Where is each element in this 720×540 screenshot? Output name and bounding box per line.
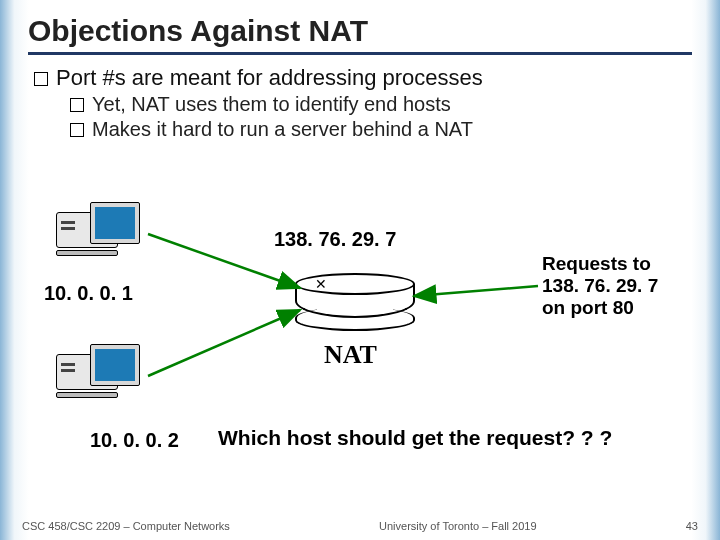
host2-ip-label: 10. 0. 0. 2 xyxy=(90,429,179,452)
request-text: Requests to 138. 76. 29. 7 on port 80 xyxy=(542,253,658,319)
slide-title: Objections Against NAT xyxy=(28,14,692,55)
svg-line-1 xyxy=(148,310,300,376)
public-ip-label: 138. 76. 29. 7 xyxy=(274,228,396,251)
footer: CSC 458/CSC 2209 – Computer Networks Uni… xyxy=(0,520,720,532)
bullet-icon xyxy=(70,123,84,137)
question-text: Which host should get the request? ? ? xyxy=(218,426,612,450)
diagram-area: ✕ 138. 76. 29. 7 10. 0. 0. 1 10. 0. 0. 2… xyxy=(0,178,720,483)
footer-right: 43 xyxy=(686,520,698,532)
footer-left: CSC 458/CSC 2209 – Computer Networks xyxy=(22,520,230,532)
nat-label: NAT xyxy=(324,340,377,370)
bullet-icon xyxy=(34,72,48,86)
svg-line-2 xyxy=(414,286,538,296)
bullet-sub-1: Yet, NAT uses them to identify end hosts xyxy=(70,93,692,116)
footer-center: University of Toronto – Fall 2019 xyxy=(379,520,537,532)
bullet-sub-2: Makes it hard to run a server behind a N… xyxy=(70,118,692,141)
bullet-main: Port #s are meant for addressing process… xyxy=(34,65,692,91)
host1-ip-label: 10. 0. 0. 1 xyxy=(44,282,133,305)
bullet-icon xyxy=(70,98,84,112)
